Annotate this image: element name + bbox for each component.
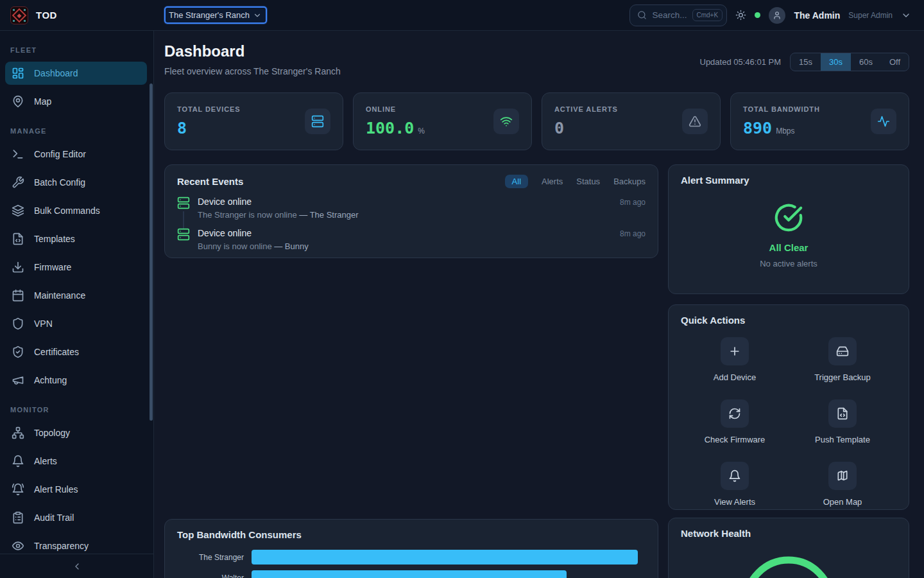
quick-action-label: Check Firmware bbox=[705, 435, 766, 444]
sidebar-item-label: Dashboard bbox=[34, 68, 78, 78]
brand: TOD bbox=[0, 6, 154, 24]
user-name: The Admin bbox=[794, 10, 840, 21]
topbar: TOD The Stranger's Ranch Search... Cmd+K… bbox=[0, 0, 924, 31]
events-list: Device online8m agoThe Stranger is now o… bbox=[177, 197, 646, 251]
alert-detail-text: No active alerts bbox=[760, 259, 817, 268]
quick-action-label: Push Template bbox=[815, 435, 870, 444]
network-health-title: Network Health bbox=[681, 528, 751, 539]
refresh-option-60s[interactable]: 60s bbox=[851, 53, 881, 71]
event-tab-all[interactable]: All bbox=[505, 175, 528, 188]
check-circle-icon bbox=[774, 203, 803, 232]
stats-row: Total Devices8Online100.0%Active Alerts0… bbox=[164, 92, 909, 150]
map-pin-icon bbox=[12, 95, 24, 108]
user-menu-chevron-icon[interactable] bbox=[901, 10, 911, 21]
sidebar-collapse-button[interactable] bbox=[0, 554, 153, 578]
sidebar-item-label: Maintenance bbox=[34, 290, 85, 301]
stat-value: 8 bbox=[177, 119, 187, 137]
search-input[interactable]: Search... Cmd+K bbox=[629, 4, 727, 26]
quick-action-label: View Alerts bbox=[714, 497, 755, 507]
sidebar-scrollbar[interactable] bbox=[150, 83, 153, 421]
sidebar-item-label: Audit Trail bbox=[34, 512, 74, 523]
alert-summary-panel: Alert Summary All Clear No active alerts bbox=[668, 164, 909, 294]
stat-label: Total Devices bbox=[177, 105, 241, 113]
sidebar-section-label-monitor: Monitor bbox=[10, 406, 147, 414]
sidebar-item-batch-config[interactable]: Batch Config bbox=[5, 171, 147, 194]
bandwidth-row-the-stranger: The Stranger bbox=[177, 550, 646, 565]
search-icon bbox=[637, 10, 647, 20]
bandwidth-row-walter: Walter bbox=[177, 570, 646, 578]
sidebar-nav: FleetDashboardMapManageConfig EditorBatc… bbox=[0, 31, 153, 554]
refresh-interval-group: 15s30s60sOff bbox=[790, 53, 909, 71]
event-time: 8m ago bbox=[620, 229, 646, 238]
main-content: Dashboard Fleet overview across The Stra… bbox=[154, 31, 924, 578]
quick-action-trigger-backup[interactable]: Trigger Backup bbox=[814, 337, 871, 382]
sidebar-item-firmware[interactable]: Firmware bbox=[5, 256, 147, 279]
refresh-option-off[interactable]: Off bbox=[881, 53, 909, 71]
stat-card-active-alerts: Active Alerts0 bbox=[542, 92, 721, 150]
quick-action-label: Open Map bbox=[823, 497, 862, 507]
recent-events-panel: Recent Events AllAlertsStatusBackups Dev… bbox=[164, 164, 658, 258]
stat-unit: Mbps bbox=[776, 127, 794, 136]
shield-check-icon bbox=[12, 346, 24, 358]
sidebar-item-transparency[interactable]: Transparency bbox=[5, 534, 147, 554]
sidebar-item-label: Templates bbox=[34, 234, 75, 244]
search-shortcut-badge: Cmd+K bbox=[692, 9, 723, 21]
layers-icon bbox=[12, 204, 24, 217]
download-icon bbox=[12, 261, 24, 274]
event-tab-status[interactable]: Status bbox=[576, 177, 600, 186]
map-icon bbox=[828, 462, 857, 490]
terminal-icon bbox=[12, 148, 24, 161]
sidebar-item-map[interactable]: Map bbox=[5, 90, 147, 113]
stat-label: Total Bandwidth bbox=[743, 105, 820, 113]
sidebar-item-label: VPN bbox=[34, 319, 53, 329]
megaphone-icon bbox=[12, 374, 24, 387]
sidebar: FleetDashboardMapManageConfig EditorBatc… bbox=[0, 31, 154, 578]
sidebar-item-label: Achtung bbox=[34, 375, 67, 385]
sidebar-item-label: Firmware bbox=[34, 262, 71, 272]
bandwidth-bar bbox=[252, 550, 638, 565]
server-icon bbox=[177, 197, 190, 209]
app-name: TOD bbox=[36, 10, 57, 21]
sidebar-item-achtung[interactable]: Achtung bbox=[5, 369, 147, 392]
file-code-icon bbox=[12, 232, 24, 245]
refresh-option-15s[interactable]: 15s bbox=[791, 53, 821, 71]
quick-action-label: Trigger Backup bbox=[814, 372, 871, 382]
quick-action-push-template[interactable]: Push Template bbox=[815, 399, 870, 444]
app-logo-icon bbox=[10, 6, 28, 24]
refresh-option-30s[interactable]: 30s bbox=[821, 53, 851, 71]
server-icon bbox=[177, 228, 190, 241]
quick-action-view-alerts[interactable]: View Alerts bbox=[714, 462, 755, 507]
event-tab-backups[interactable]: Backups bbox=[613, 177, 646, 186]
quick-action-open-map[interactable]: Open Map bbox=[823, 462, 862, 507]
sidebar-item-config-editor[interactable]: Config Editor bbox=[5, 143, 147, 166]
theme-toggle-sun-icon[interactable] bbox=[735, 10, 746, 21]
quick-action-add-device[interactable]: Add Device bbox=[714, 337, 756, 382]
event-device-name: — The Stranger bbox=[299, 210, 358, 220]
sidebar-item-topology[interactable]: Topology bbox=[5, 421, 147, 444]
plus-icon bbox=[721, 337, 749, 365]
stat-card-online: Online100.0% bbox=[353, 92, 532, 150]
event-row[interactable]: Device online8m agoThe Stranger is now o… bbox=[177, 197, 646, 220]
connection-status-dot bbox=[755, 12, 760, 18]
sidebar-item-audit-trail[interactable]: Audit Trail bbox=[5, 506, 147, 529]
event-tab-alerts[interactable]: Alerts bbox=[542, 177, 563, 186]
sidebar-item-maintenance[interactable]: Maintenance bbox=[5, 284, 147, 307]
sidebar-item-dashboard[interactable]: Dashboard bbox=[5, 62, 147, 85]
topbar-right: Search... Cmd+K The Admin Super Admin bbox=[629, 4, 924, 26]
sidebar-item-alert-rules[interactable]: Alert Rules bbox=[5, 478, 147, 501]
sidebar-item-vpn[interactable]: VPN bbox=[5, 312, 147, 335]
quick-action-check-firmware[interactable]: Check Firmware bbox=[705, 399, 766, 444]
fleet-selector[interactable]: The Stranger's Ranch bbox=[164, 6, 267, 24]
recent-events-title: Recent Events bbox=[177, 176, 243, 187]
event-row[interactable]: Device online8m agoBunny is now online —… bbox=[177, 228, 646, 251]
alert-status-text: All Clear bbox=[769, 242, 809, 253]
fleet-selector-value: The Stranger's Ranch bbox=[169, 10, 250, 20]
sidebar-item-bulk-commands[interactable]: Bulk Commands bbox=[5, 199, 147, 222]
network-health-donut: 100 bbox=[737, 551, 840, 578]
activity-icon bbox=[871, 109, 896, 134]
sidebar-item-label: Certificates bbox=[34, 347, 79, 357]
sidebar-item-alerts[interactable]: Alerts bbox=[5, 450, 147, 473]
user-avatar[interactable] bbox=[769, 7, 785, 24]
sidebar-item-templates[interactable]: Templates bbox=[5, 227, 147, 250]
sidebar-item-certificates[interactable]: Certificates bbox=[5, 340, 147, 363]
